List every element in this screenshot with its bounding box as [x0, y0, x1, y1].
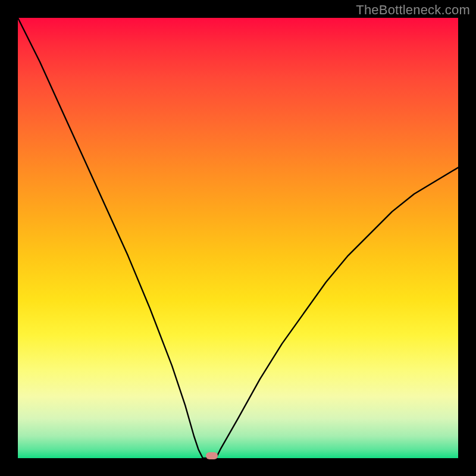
bottleneck-curve [18, 18, 458, 458]
optimal-point-marker [206, 452, 218, 459]
watermark-text: TheBottleneck.com [356, 2, 470, 18]
chart-frame: TheBottleneck.com [0, 0, 476, 476]
plot-area [18, 18, 458, 458]
